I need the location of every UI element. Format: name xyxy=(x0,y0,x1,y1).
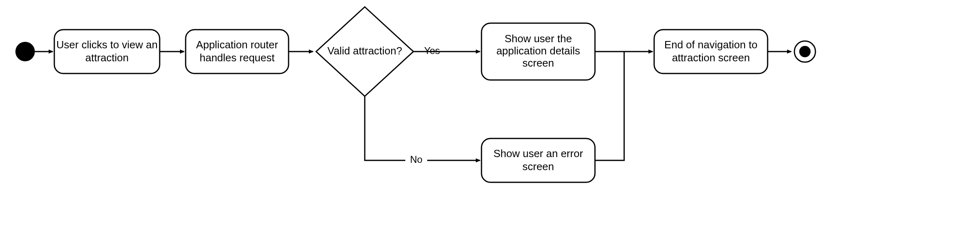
activity-end-navigation-line2: attraction screen xyxy=(672,52,750,64)
activity-end-navigation-line1: End of navigation to xyxy=(664,39,757,51)
activity-show-error-line1: Show user an error xyxy=(493,147,583,160)
edge-error-merge xyxy=(595,52,624,160)
activity-show-error-line2: screen xyxy=(522,160,554,173)
activity-show-details-line3: screen xyxy=(522,57,554,69)
edge-decision-no xyxy=(365,96,480,160)
svg-point-1 xyxy=(799,46,811,57)
edge-label-no: No xyxy=(410,154,423,165)
decision-text: Valid attraction? xyxy=(327,45,402,57)
final-node xyxy=(794,41,815,62)
activity-show-details-line2: application details xyxy=(496,45,580,57)
activity-user-clicks-line2: attraction xyxy=(86,52,129,64)
initial-node xyxy=(15,42,35,61)
activity-diagram: User clicks to view an attraction Applic… xyxy=(0,0,980,229)
edge-label-yes: Yes xyxy=(424,45,440,56)
activity-router-line1: Application router xyxy=(196,39,278,51)
activity-show-details-line1: Show user the xyxy=(505,32,572,45)
activity-router-line2: handles request xyxy=(199,52,275,64)
activity-user-clicks-line1: User clicks to view an xyxy=(56,39,158,51)
